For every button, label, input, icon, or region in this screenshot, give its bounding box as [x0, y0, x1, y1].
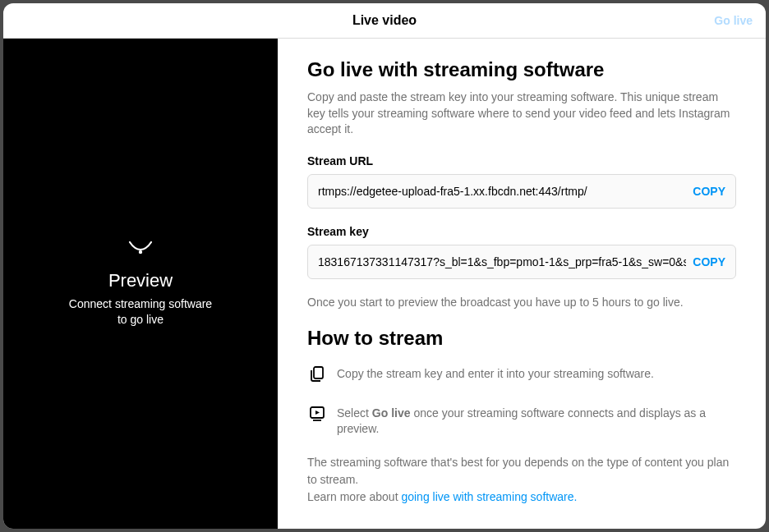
copy-stream-key-button[interactable]: COPY — [693, 255, 725, 268]
step-1-text: Copy the stream key and enter it into yo… — [337, 365, 654, 383]
preview-title: Preview — [108, 270, 173, 291]
copy-stream-url-button[interactable]: COPY — [693, 185, 725, 198]
modal-title: Live video — [352, 13, 417, 28]
preview-note: Once you start to preview the broadcast … — [307, 296, 736, 309]
footer-text: The streaming software that's best for y… — [307, 454, 736, 506]
preview-subtitle: Connect streaming software to go live — [69, 296, 212, 326]
stream-url-field: rtmps://edgetee-upload-fra5-1.xx.fbcdn.n… — [307, 174, 736, 209]
go-live-icon — [307, 404, 337, 427]
live-video-modal: Live video Go live Preview Connect strea… — [3, 3, 766, 529]
content-panel: Go live with streaming software Copy and… — [278, 39, 766, 529]
how-to-heading: How to stream — [307, 327, 736, 350]
main-description: Copy and paste the stream key into your … — [307, 89, 736, 138]
stream-url-value[interactable]: rtmps://edgetee-upload-fra5-1.xx.fbcdn.n… — [318, 185, 686, 198]
main-heading: Go live with streaming software — [307, 58, 736, 81]
copy-icon — [307, 365, 337, 388]
svg-point-0 — [139, 250, 142, 254]
preview-eye-icon — [128, 241, 153, 259]
modal-body: Preview Connect streaming software to go… — [3, 39, 766, 529]
step-1: Copy the stream key and enter it into yo… — [307, 365, 736, 388]
stream-key-value[interactable]: 183167137331147317?s_bl=1&s_fbp=pmo1-1&s… — [318, 255, 686, 268]
learn-more-link[interactable]: going live with streaming software. — [401, 490, 577, 503]
stream-key-label: Stream key — [307, 225, 736, 238]
svg-rect-1 — [314, 367, 323, 378]
stream-key-field: 183167137331147317?s_bl=1&s_fbp=pmo1-1&s… — [307, 245, 736, 279]
modal-header: Live video Go live — [3, 3, 766, 39]
preview-panel: Preview Connect streaming software to go… — [3, 39, 278, 529]
step-2: Select Go live once your streaming softw… — [307, 404, 736, 438]
step-2-text: Select Go live once your streaming softw… — [337, 404, 736, 438]
go-live-button[interactable]: Go live — [714, 14, 753, 27]
stream-url-label: Stream URL — [307, 154, 736, 167]
